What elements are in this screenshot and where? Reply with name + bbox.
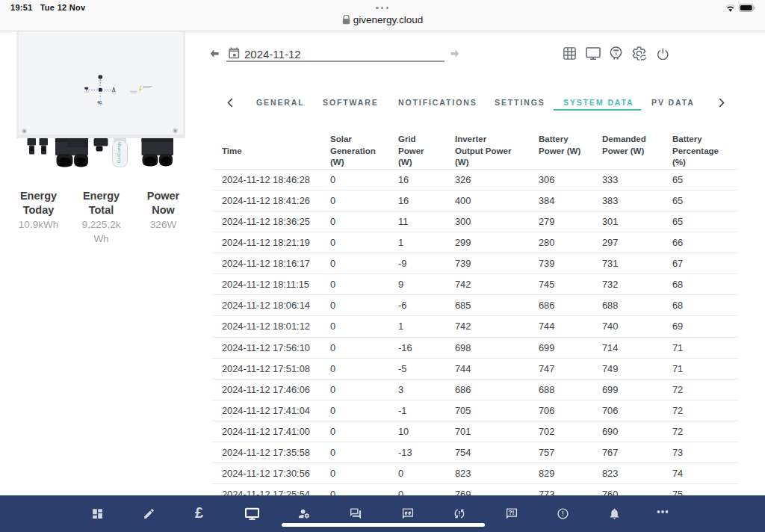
svg-text:4G: 4G [97, 101, 102, 105]
svg-text:?!: ?! [508, 509, 514, 516]
svg-text:GivEnergy: GivEnergy [116, 140, 121, 163]
